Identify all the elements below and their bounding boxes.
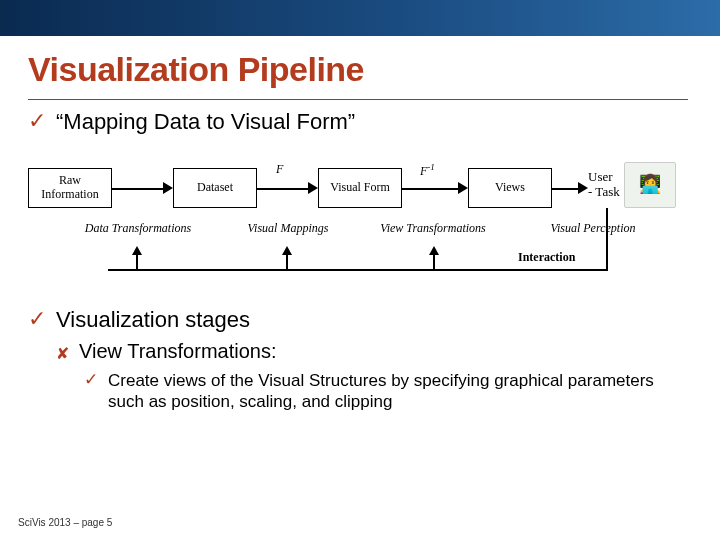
- bullet-leaf: ✓ Create views of the Visual Structures …: [84, 370, 692, 413]
- arrow-up-icon: [282, 246, 292, 255]
- pipeline-diagram: Raw Information Dataset Visual Form View…: [28, 150, 692, 290]
- slide-content: Visualization Pipeline ✓ “Mapping Data t…: [0, 36, 720, 413]
- arrow-head-icon: [308, 182, 318, 194]
- arrow-head-icon: [163, 182, 173, 194]
- user-downlink: [606, 208, 608, 270]
- check-icon: ✓: [84, 370, 98, 390]
- label-visual-mappings: Visual Mappings: [233, 222, 343, 236]
- check-icon: ✓: [28, 306, 46, 332]
- page-footer: SciVis 2013 – page 5: [18, 517, 112, 528]
- user-task-label: User - Task: [588, 170, 620, 200]
- bullet-sub-text: View Transformations:: [79, 339, 277, 364]
- label-interaction: Interaction: [518, 250, 575, 265]
- bullet-stages-text: Visualization stages: [56, 306, 250, 334]
- feedback-stem: [433, 254, 435, 270]
- bullet-view-transformations: ✘ View Transformations:: [56, 339, 692, 364]
- slide-title: Visualization Pipeline: [28, 50, 692, 89]
- label-view-transformations: View Transformations: [378, 222, 488, 236]
- arrow-views-user: [552, 188, 578, 190]
- feedback-stem: [286, 254, 288, 270]
- user-task: User - Task 👩‍💻: [588, 162, 693, 208]
- title-underline: [28, 99, 688, 100]
- box-raw-information: Raw Information: [28, 168, 112, 208]
- arrow-up-icon: [132, 246, 142, 255]
- arrow-dataset-visual: [257, 188, 308, 190]
- user-icon: 👩‍💻: [624, 162, 676, 208]
- arrow-raw-dataset: [112, 188, 163, 190]
- arrow-visual-views: [402, 188, 458, 190]
- box-views: Views: [468, 168, 552, 208]
- check-icon: ✓: [28, 108, 46, 134]
- bullet-stages: ✓ Visualization stages: [28, 306, 692, 334]
- label-data-transformations: Data Transformations: [83, 222, 193, 236]
- header-bar: [0, 0, 720, 36]
- bullet-mapping-text: “Mapping Data to Visual Form”: [56, 108, 355, 136]
- label-visual-perception: Visual Perception: [538, 222, 648, 236]
- arrow-head-icon: [458, 182, 468, 194]
- label-f-inverse-sup: -1: [427, 162, 435, 172]
- arrow-head-icon: [578, 182, 588, 194]
- interaction-bus: [108, 269, 608, 271]
- label-f-inverse: F-1: [420, 162, 435, 179]
- box-visual-form: Visual Form: [318, 168, 402, 208]
- arrow-up-icon: [429, 246, 439, 255]
- bullet-leaf-text: Create views of the Visual Structures by…: [108, 370, 692, 413]
- bullet-mapping: ✓ “Mapping Data to Visual Form”: [28, 108, 692, 136]
- label-f: F: [276, 162, 283, 177]
- feedback-stem: [136, 254, 138, 270]
- x-icon: ✘: [56, 344, 69, 363]
- box-dataset: Dataset: [173, 168, 257, 208]
